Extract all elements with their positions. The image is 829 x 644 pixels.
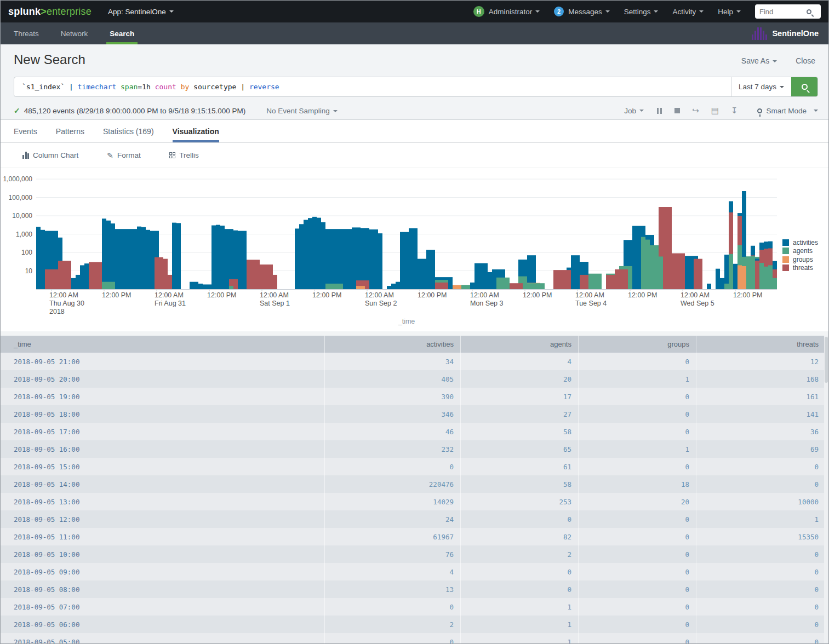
time-cell[interactable]: 2018-09-05 11:00	[1, 528, 325, 545]
value-cell[interactable]: 0	[325, 633, 461, 644]
nav-item-network[interactable]: Network	[58, 22, 92, 44]
value-cell[interactable]: 14029	[325, 493, 461, 510]
column-header-groups[interactable]: groups	[579, 336, 696, 353]
format-button[interactable]: ✎ Format	[107, 151, 141, 160]
time-cell[interactable]: 2018-09-05 17:00	[1, 423, 325, 440]
value-cell[interactable]: 15350	[696, 528, 825, 545]
table-row[interactable]: 2018-09-05 08:0013000	[1, 580, 825, 598]
legend-item[interactable]: threats	[782, 264, 818, 273]
value-cell[interactable]: 0	[579, 563, 696, 580]
time-cell[interactable]: 2018-09-05 08:00	[1, 580, 325, 598]
value-cell[interactable]: 168	[696, 370, 825, 388]
export-icon[interactable]: ↧	[731, 106, 738, 116]
tab-events[interactable]: Events	[14, 120, 37, 142]
value-cell[interactable]: 161	[696, 388, 825, 405]
find-input[interactable]	[759, 8, 807, 16]
value-cell[interactable]: 0	[461, 510, 579, 528]
table-row[interactable]: 2018-09-05 10:0076200	[1, 545, 825, 563]
activity-menu[interactable]: Activity	[672, 8, 704, 16]
value-cell[interactable]: 1	[461, 598, 579, 616]
time-range-picker[interactable]: Last 7 days	[731, 77, 791, 96]
table-row[interactable]: 2018-09-05 19:00390170161	[1, 388, 825, 405]
time-cell[interactable]: 2018-09-05 05:00	[1, 633, 325, 644]
trellis-button[interactable]: Trellis	[169, 151, 199, 159]
value-cell[interactable]: 0	[696, 616, 825, 633]
search-query-input[interactable]: `s1_index` | timechart span=1h count by …	[14, 77, 731, 96]
value-cell[interactable]: 0	[696, 563, 825, 580]
user-menu[interactable]: HAdministrator	[473, 6, 540, 17]
nav-item-search[interactable]: Search	[106, 22, 138, 44]
value-cell[interactable]: 0	[696, 475, 825, 493]
search-mode-menu[interactable]: Smart Mode	[757, 107, 818, 115]
value-cell[interactable]: 0	[579, 545, 696, 563]
table-row[interactable]: 2018-09-05 13:00140292532010000	[1, 493, 825, 510]
value-cell[interactable]: 20	[579, 493, 696, 510]
time-cell[interactable]: 2018-09-05 14:00	[1, 475, 325, 493]
value-cell[interactable]: 1	[579, 370, 696, 388]
value-cell[interactable]: 390	[325, 388, 461, 405]
table-row[interactable]: 2018-09-05 16:0023265169	[1, 440, 825, 458]
value-cell[interactable]: 69	[696, 440, 825, 458]
pause-icon[interactable]	[656, 108, 662, 114]
value-cell[interactable]: 0	[325, 598, 461, 616]
time-cell[interactable]: 2018-09-05 13:00	[1, 493, 325, 510]
value-cell[interactable]: 4	[325, 563, 461, 580]
tab-patterns[interactable]: Patterns	[56, 120, 84, 142]
value-cell[interactable]: 0	[579, 633, 696, 644]
table-row[interactable]: 2018-09-05 18:00346270141	[1, 405, 825, 423]
value-cell[interactable]: 20	[461, 370, 579, 388]
value-cell[interactable]: 0	[579, 616, 696, 633]
value-cell[interactable]: 0	[696, 458, 825, 475]
column-header-threats[interactable]: threats	[696, 336, 825, 353]
value-cell[interactable]: 0	[579, 458, 696, 475]
table-row[interactable]: 2018-09-05 20:00405201168	[1, 370, 825, 388]
value-cell[interactable]: 1	[461, 616, 579, 633]
value-cell[interactable]: 36	[696, 423, 825, 440]
value-cell[interactable]: 34	[325, 353, 461, 370]
chart-legend[interactable]: activitiesagentsgroupsthreats	[782, 238, 818, 272]
tab-statistics[interactable]: Statistics (169)	[103, 120, 154, 142]
value-cell[interactable]: 405	[325, 370, 461, 388]
table-row[interactable]: 2018-09-05 11:006196782015350	[1, 528, 825, 545]
value-cell[interactable]: 0	[579, 353, 696, 370]
job-menu[interactable]: Job	[624, 107, 644, 115]
print-icon[interactable]: ▤	[711, 106, 719, 116]
value-cell[interactable]: 253	[461, 493, 579, 510]
settings-menu[interactable]: Settings	[624, 8, 659, 16]
messages-menu[interactable]: 2Messages	[554, 7, 610, 16]
legend-item[interactable]: agents	[782, 247, 818, 256]
value-cell[interactable]: 0	[696, 580, 825, 598]
table-row[interactable]: 2018-09-05 07:000100	[1, 598, 825, 616]
value-cell[interactable]: 1	[579, 440, 696, 458]
value-cell[interactable]: 232	[325, 440, 461, 458]
time-cell[interactable]: 2018-09-05 20:00	[1, 370, 325, 388]
table-row[interactable]: 2018-09-05 09:004000	[1, 563, 825, 580]
find-box[interactable]	[755, 4, 821, 19]
value-cell[interactable]: 1	[461, 633, 579, 644]
value-cell[interactable]: 0	[579, 423, 696, 440]
search-icon[interactable]	[807, 9, 811, 14]
value-cell[interactable]: 58	[461, 475, 579, 493]
value-cell[interactable]: 0	[579, 528, 696, 545]
splunk-logo[interactable]: splunk>enterprise	[8, 6, 92, 18]
table-row[interactable]: 2018-09-05 14:0022047658180	[1, 475, 825, 493]
value-cell[interactable]: 4	[461, 353, 579, 370]
help-menu[interactable]: Help	[718, 8, 741, 16]
value-cell[interactable]: 2	[325, 616, 461, 633]
value-cell[interactable]: 12	[696, 353, 825, 370]
value-cell[interactable]: 61967	[325, 528, 461, 545]
share-icon[interactable]: ↪	[692, 106, 699, 116]
time-cell[interactable]: 2018-09-05 19:00	[1, 388, 325, 405]
value-cell[interactable]: 82	[461, 528, 579, 545]
close-button[interactable]: Close	[796, 56, 815, 65]
time-cell[interactable]: 2018-09-05 06:00	[1, 616, 325, 633]
value-cell[interactable]: 0	[461, 580, 579, 598]
value-cell[interactable]: 1	[696, 510, 825, 528]
event-sampling-menu[interactable]: No Event Sampling	[266, 107, 338, 115]
time-cell[interactable]: 2018-09-05 16:00	[1, 440, 325, 458]
value-cell[interactable]: 141	[696, 405, 825, 423]
value-cell[interactable]: 17	[461, 388, 579, 405]
value-cell[interactable]: 220476	[325, 475, 461, 493]
value-cell[interactable]: 0	[579, 388, 696, 405]
value-cell[interactable]: 0	[461, 563, 579, 580]
